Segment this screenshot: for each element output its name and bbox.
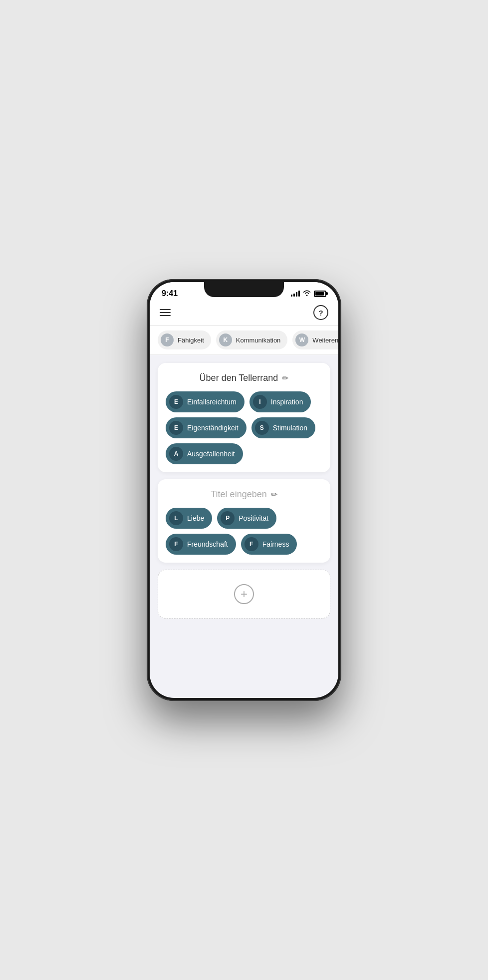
tag-eigenstaendigkeit[interactable]: E Eigenständigkeit	[166, 417, 246, 438]
chip-label-weiterentwicklung: Weiterentwickl...	[312, 336, 338, 344]
chip-avatar-f: F	[161, 333, 174, 346]
tag-avatar-a: A	[169, 447, 183, 461]
tag-avatar-p: P	[221, 511, 235, 525]
add-icon: +	[234, 584, 254, 604]
tag-label-stimulation: Stimulation	[273, 424, 307, 432]
chip-label-kommunikation: Kommunikation	[236, 336, 281, 344]
chip-label-fahigkeit: Fähigkeit	[178, 336, 204, 344]
filter-chip-fahigkeit[interactable]: F Fähigkeit	[158, 330, 211, 349]
tag-avatar-e1: E	[169, 395, 183, 409]
tag-avatar-f2: F	[169, 537, 183, 551]
tag-label-einfallsreichtum: Einfallsreichtum	[187, 398, 237, 406]
tag-avatar-i: I	[253, 395, 267, 409]
tag-label-ausgefallenheit: Ausgefallenheit	[187, 450, 235, 458]
filter-chip-weiterentwicklung[interactable]: W Weiterentwickl...	[292, 330, 338, 349]
status-time: 9:41	[162, 289, 178, 298]
tag-avatar-f3: F	[244, 537, 258, 551]
tag-label-positivitaet: Positivität	[239, 514, 268, 522]
tag-label-eigenstaendigkeit: Eigenständigkeit	[187, 424, 239, 432]
tag-einfallsreichtum[interactable]: E Einfallsreichtum	[166, 391, 244, 412]
nav-bar: ?	[150, 301, 338, 326]
menu-button[interactable]	[160, 309, 171, 316]
edit-icon-card1[interactable]: ✏	[282, 373, 288, 383]
card-ueber-den-tellerrand: Über den Tellerrand ✏ E Einfallsreichtum…	[158, 363, 330, 472]
tag-inspiration[interactable]: I Inspiration	[249, 391, 311, 412]
chip-avatar-w: W	[295, 333, 308, 346]
tag-label-liebe: Liebe	[187, 514, 204, 522]
add-card-button[interactable]: +	[158, 570, 330, 619]
tag-stimulation[interactable]: S Stimulation	[251, 417, 315, 438]
edit-icon-card2[interactable]: ✏	[271, 490, 277, 499]
tag-fairness[interactable]: F Fairness	[241, 534, 297, 555]
chip-avatar-k: K	[219, 333, 232, 346]
filter-chip-kommunikation[interactable]: K Kommunikation	[216, 330, 288, 349]
tag-label-freundschaft: Freundschaft	[187, 540, 228, 548]
help-button[interactable]: ?	[313, 305, 328, 320]
notch	[204, 282, 284, 297]
tag-avatar-s: S	[255, 421, 269, 435]
card-title-2: Titel eingeben ✏	[166, 489, 322, 500]
tag-label-inspiration: Inspiration	[271, 398, 303, 406]
filter-chips-row: F Fähigkeit K Kommunikation W Weiterentw…	[150, 326, 338, 355]
tag-freundschaft[interactable]: F Freundschaft	[166, 534, 236, 555]
wifi-icon	[303, 290, 311, 298]
card-titel-eingeben: Titel eingeben ✏ L Liebe P Positivität F…	[158, 479, 330, 563]
battery-icon	[314, 291, 326, 297]
tags-container-2: L Liebe P Positivität F Freundschaft F F…	[166, 508, 322, 555]
tag-liebe[interactable]: L Liebe	[166, 508, 212, 529]
tags-container-1: E Einfallsreichtum I Inspiration E Eigen…	[166, 391, 322, 464]
tag-ausgefallenheit[interactable]: A Ausgefallenheit	[166, 443, 243, 464]
main-content: Über den Tellerrand ✏ E Einfallsreichtum…	[150, 355, 338, 698]
phone-frame: 9:41	[147, 279, 341, 701]
tag-positivitaet[interactable]: P Positivität	[217, 508, 276, 529]
status-icons	[291, 290, 326, 298]
card-title-1: Über den Tellerrand ✏	[166, 373, 322, 383]
tag-avatar-l: L	[169, 511, 183, 525]
tag-label-fairness: Fairness	[262, 540, 289, 548]
phone-screen: 9:41	[150, 282, 338, 698]
tag-avatar-e2: E	[169, 421, 183, 435]
signal-icon	[291, 291, 300, 297]
